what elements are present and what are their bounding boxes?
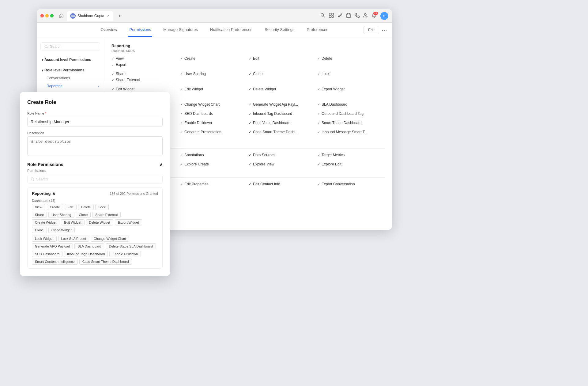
tab-close-button[interactable]: ✕ [106,14,110,18]
tag-sla-dashboard[interactable]: SLA Dashboard [74,243,104,249]
home-icon[interactable] [58,13,65,19]
nav-notification-preferences[interactable]: Notification Preferences [209,23,254,37]
tag-change-widget-chart[interactable]: Change Widget Chart [91,236,129,242]
maximize-dot[interactable] [50,14,54,17]
role-name-input[interactable] [27,117,163,127]
sidebar-section-account-title[interactable]: ▾ Account level Permissions [37,56,104,64]
tag-lock-sla-preset[interactable]: Lock SLA Preset [58,236,89,242]
sidebar-item-reporting[interactable]: Reporting › [37,82,104,90]
more-options-icon[interactable]: ⋯ [382,27,387,33]
notification-badge-count: 20 [373,12,378,15]
tag-share-external[interactable]: Share External [92,212,121,218]
tag-share[interactable]: Share [32,212,47,218]
perm-row-2: ✓Share ✓User Sharing ✓Clone ✓Lock ✓Share… [111,72,385,82]
extra-tag-row-4: Smart Content Intelligence Case Smart Th… [32,259,158,265]
perm-delete-widget: ✓Delete Widget [249,87,316,91]
search-icon[interactable] [320,13,325,19]
chevron-right-icon: › [98,85,99,88]
edit-button[interactable]: Edit [364,26,379,34]
sidebar-item-conversations[interactable]: Conversations [37,74,104,82]
tag-inbound-tage-dashboard[interactable]: Inbound Tage Dashboard [64,251,108,257]
tag-edit-widget[interactable]: Edit Widget [61,219,84,225]
perm-conv-edit-contact: ✓Edit Contact Info [249,182,316,186]
svg-line-14 [47,47,48,48]
tag-export-widget[interactable]: Export Widget [115,219,142,225]
new-tab-button[interactable]: + [116,12,123,20]
description-textarea[interactable] [27,136,163,156]
tag-create-widget[interactable]: Create Widget [32,219,59,225]
tag-clone2[interactable]: Clone [32,227,47,233]
phone-icon[interactable] [355,13,360,19]
perm-share-external: ✓Share External [111,78,179,82]
sidebar-search-placeholder: Search [50,44,62,49]
tag-delete-stage-sla[interactable]: Delete Stage SLA Dashboard [106,243,156,249]
perm-explore-view: ✓Explore View [249,162,316,166]
tag-case-smart-theme-dashboard[interactable]: Case Smart Theme Dashboard [79,259,132,265]
role-permissions-header: Role Permissions ∧ [27,162,163,167]
perm-share: ✓Share [111,72,179,76]
nav-manage-signatures[interactable]: Manage Signatures [162,23,199,37]
perm-create-widget: ✓Edit Widget [111,87,179,91]
tag-edit[interactable]: Edit [65,204,77,210]
perm-edit-widget: ✓Edit Widget [180,87,247,91]
tag-generate-apo[interactable]: Generate APO Payload [32,243,73,249]
window-controls [40,14,54,17]
tag-lock[interactable]: Lock [95,204,108,210]
tag-lock-widget[interactable]: Lock Widget [32,236,57,242]
notification-bell[interactable]: 20 [372,13,377,19]
calendar-icon[interactable] [346,13,351,19]
tag-seo-dashboard[interactable]: SEO Dashboard [32,251,62,257]
role-name-label: Role Name * [27,112,163,115]
tag-create[interactable]: Create [47,204,63,210]
sidebar-section-role-title[interactable]: ▾ Role level Permissions [37,66,104,74]
tag-smart-content-intelligence[interactable]: Smart Content Intelligence [32,259,78,265]
tag-clone-widget[interactable]: Clone Widget [48,227,75,233]
user-add-icon[interactable] [363,13,368,19]
svg-rect-4 [329,16,331,17]
perm-edit: ✓Edit [249,56,316,61]
tag-view[interactable]: View [32,204,45,210]
tag-enable-drilldown[interactable]: Enable Drilldown [109,251,141,257]
dashboard-tag-row-3: Create Widget Edit Widget Delete Widget … [32,219,158,225]
svg-rect-2 [329,13,331,15]
perm-pbuc-value: ✓Pbuc Value Dashboard [249,121,316,125]
dashboard-group-label: Dashboard (14) [32,199,158,202]
collapse-reporting-icon[interactable]: ∧ [52,191,55,196]
browser-tab[interactable]: SG Shubham Gupta ✕ [67,11,113,21]
perm-conv-edit-properties: ✓Edit Properties [180,182,247,186]
nav-overview[interactable]: Overview [99,23,118,37]
extra-tag-row: Lock Widget Lock SLA Preset Change Widge… [32,236,158,242]
modal-permissions-search[interactable]: Search [27,175,163,184]
user-avatar[interactable]: S [380,12,388,20]
tab-avatar: SG [70,13,76,19]
reporting-section: Reporting ∧ 136 of 292 Permissions Grant… [27,187,163,269]
perm-clone: ✓Clone [249,72,316,76]
perm-smart-triage: ✓Smart Triage Dashboard [317,121,385,125]
nav-preferences[interactable]: Preferences [306,23,330,37]
nav-permissions[interactable]: Permissions [128,23,152,37]
perm-outbound-dashboard-tag: ✓Outbound Dashboard Tag [317,112,385,116]
browser-toolbar: SG Shubham Gupta ✕ + [37,9,392,23]
sidebar-search[interactable]: Search [40,42,100,51]
tag-user-sharing[interactable]: User Sharing [48,212,74,218]
extra-tag-row-3: SEO Dashboard Inbound Tage Dashboard Ena… [32,251,158,257]
tag-delete-widget[interactable]: Delete Widget [86,219,113,225]
dashboard-tags-group: Dashboard (14) View Create Edit Delete L… [32,199,158,233]
nav-security-settings[interactable]: Security Settings [263,23,296,37]
perm-seo-dashboards: ✓SED Dashboards [180,112,247,116]
svg-rect-6 [346,14,351,17]
minimize-dot[interactable] [45,14,49,17]
close-dot[interactable] [40,14,44,17]
description-label: Description [27,131,163,135]
collapse-icon[interactable]: ∧ [160,162,163,167]
edit-icon[interactable] [337,13,342,19]
svg-rect-3 [332,13,334,15]
svg-point-10 [364,13,366,15]
perm-data-sources: ✓Data Sources [249,153,316,157]
grid-icon[interactable] [329,13,334,19]
sidebar-section-role: ▾ Role level Permissions Conversations R… [37,65,104,91]
perm-create: ✓Create [180,56,247,61]
tag-delete[interactable]: Delete [78,204,94,210]
perm-view: ✓View [111,56,179,61]
tag-clone[interactable]: Clone [76,212,91,218]
